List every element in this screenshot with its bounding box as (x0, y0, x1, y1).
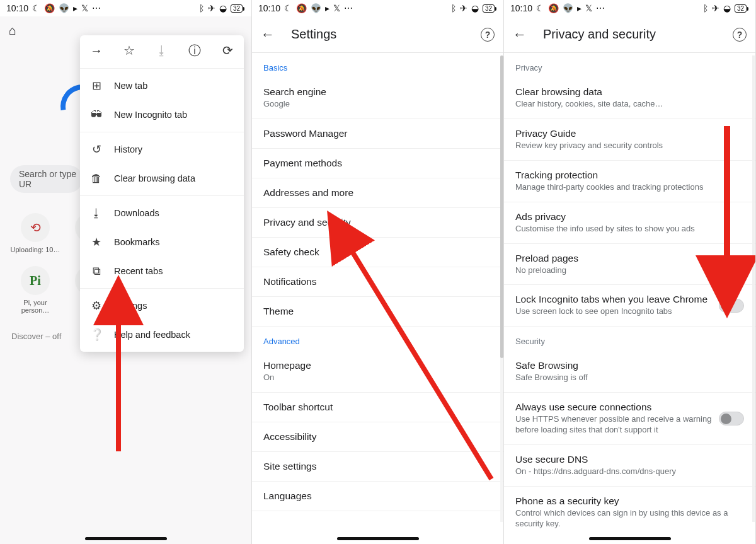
refresh-icon[interactable]: ⟳ (216, 43, 239, 58)
setting-clear-browsing-data[interactable]: Clear browsing data Clear history, cooki… (504, 78, 755, 119)
setting-secure-connections[interactable]: Always use secure connections Use HTTPS … (504, 393, 755, 445)
setting-notifications[interactable]: Notifications (252, 267, 503, 297)
battery-icon: 32 (483, 4, 495, 13)
discover-label: Discover – off (11, 332, 61, 341)
wifi-icon: ◒ (219, 3, 227, 13)
setting-lock-incognito[interactable]: Lock Incognito tabs when you leave Chrom… (504, 285, 755, 327)
bluetooth-icon: ᛒ (703, 3, 708, 13)
section-basics: Basics (252, 53, 503, 78)
star-filled-icon: ★ (90, 235, 103, 249)
help-icon: ❔ (90, 328, 103, 342)
x-icon: 𝕏 (585, 3, 592, 13)
menu-new-tab[interactable]: ⊞ New tab (80, 71, 244, 100)
setting-accessibility[interactable]: Accessibility (252, 422, 503, 452)
airplane-icon: ✈ (208, 3, 215, 13)
shortcut-upload[interactable]: ⟲ Uploading: 10… (10, 213, 60, 253)
wifi-icon: ◒ (723, 3, 731, 13)
setting-site-settings[interactable]: Site settings (252, 452, 503, 482)
home-icon[interactable]: ⌂ (9, 23, 16, 38)
screen-settings: 10:10 ☾ 🔕 👽 ▸ 𝕏 ⋯ ᛒ ✈ ◒ 32 ← Settings ? … (252, 0, 504, 544)
search-input[interactable]: Search or type UR (10, 165, 83, 193)
menu-label: New Incognito tab (114, 110, 187, 120)
gear-icon: ⚙ (90, 299, 103, 313)
status-bar: 10:10 ☾ 🔕 👽 ▸ 𝕏 ⋯ ᛒ ✈ ◒ 32 (252, 0, 503, 16)
clock: 10:10 (510, 3, 532, 13)
menu-recent-tabs[interactable]: ⧉ Recent tabs (80, 257, 244, 286)
trash-icon: 🗑 (90, 172, 103, 185)
plus-icon: ⊞ (90, 79, 103, 93)
more-icon: ⋯ (596, 3, 605, 13)
forward-icon[interactable]: → (85, 43, 108, 58)
scrollbar-thumb[interactable] (500, 55, 503, 358)
airplane-icon: ✈ (460, 3, 467, 13)
menu-settings[interactable]: ⚙ Settings (80, 291, 244, 320)
gesture-bar (337, 537, 419, 540)
bluetooth-icon: ᛒ (451, 3, 456, 13)
menu-label: New tab (114, 81, 147, 91)
dnd-icon: ☾ (32, 3, 40, 13)
home-content: ⌂ Search or type UR ⟲ Uploading: 10… H H… (0, 16, 251, 544)
menu-clear-data[interactable]: 🗑 Clear browsing data (80, 164, 244, 193)
settings-list[interactable]: Basics Search engine Google Password Man… (252, 53, 503, 544)
setting-search-engine[interactable]: Search engine Google (252, 78, 503, 119)
setting-tracking-protection[interactable]: Tracking protection Manage third-party c… (504, 161, 755, 202)
devices-icon: ⧉ (90, 265, 103, 278)
toggle-lock-incognito[interactable] (719, 299, 744, 313)
menu-label: Settings (114, 301, 147, 311)
star-icon[interactable]: ☆ (118, 43, 140, 58)
clock: 10:10 (258, 3, 280, 13)
reddit-icon: 👽 (311, 3, 321, 13)
download-icon: ⭳ (90, 207, 103, 220)
status-bar: 10:10 ☾ 🔕 👽 ▸ 𝕏 ⋯ ᛒ ✈ ◒ 32 (0, 0, 251, 16)
toggle-secure-connections[interactable] (719, 412, 744, 425)
setting-theme[interactable]: Theme (252, 297, 503, 327)
menu-label: Bookmarks (114, 237, 160, 247)
menu-label: Clear browsing data (114, 173, 195, 183)
back-icon[interactable]: ← (261, 26, 275, 43)
setting-safe-browsing[interactable]: Safe Browsing Safe Browsing is off (504, 351, 755, 393)
info-icon[interactable]: ⓘ (183, 42, 206, 59)
clock: 10:10 (6, 3, 28, 13)
wifi-icon: ◒ (471, 3, 479, 13)
menu-new-incognito[interactable]: 🕶 New Incognito tab (80, 100, 244, 129)
help-icon[interactable]: ? (481, 28, 495, 42)
download-icon: ⭳ (151, 43, 173, 58)
page-title: Settings (291, 27, 464, 42)
setting-privacy-security[interactable]: Privacy and security (252, 208, 503, 238)
setting-safety-check[interactable]: Safety check (252, 238, 503, 267)
search-placeholder: Search or type UR (19, 169, 83, 189)
menu-label: Recent tabs (114, 266, 163, 276)
battery-icon: 32 (735, 4, 747, 13)
screen-home: 10:10 ☾ 🔕 👽 ▸ 𝕏 ⋯ ᛒ ✈ ◒ 32 ⌂ Search or t… (0, 0, 252, 544)
screen-privacy-security: 10:10 ☾ 🔕 👽 ▸ 𝕏 ⋯ ᛒ ✈ ◒ 32 ← Privacy and… (504, 0, 756, 544)
play-icon: ▸ (577, 3, 581, 13)
menu-help[interactable]: ❔ Help and feedback (80, 320, 244, 349)
menu-bookmarks[interactable]: ★ Bookmarks (80, 228, 244, 257)
setting-password-manager[interactable]: Password Manager (252, 119, 503, 149)
help-icon[interactable]: ? (733, 28, 747, 42)
setting-secure-dns[interactable]: Use secure DNS On - https://dns.adguard-… (504, 445, 755, 487)
setting-phone-security-key[interactable]: Phone as a security key Control which de… (504, 487, 755, 538)
setting-payment-methods[interactable]: Payment methods (252, 149, 503, 178)
bluetooth-icon: ᛒ (199, 3, 204, 13)
privacy-list[interactable]: Privacy Clear browsing data Clear histor… (504, 53, 755, 544)
more-icon: ⋯ (344, 3, 353, 13)
menu-history[interactable]: ↺ History (80, 135, 244, 164)
setting-privacy-guide[interactable]: Privacy Guide Review key privacy and sec… (504, 119, 755, 161)
setting-homepage[interactable]: Homepage On (252, 351, 503, 393)
menu-label: Downloads (114, 208, 159, 218)
mute-icon: 🔕 (44, 3, 55, 13)
more-icon: ⋯ (92, 3, 101, 13)
setting-ads-privacy[interactable]: Ads privacy Customise the info used by s… (504, 202, 755, 244)
gesture-bar (85, 537, 167, 540)
back-icon[interactable]: ← (513, 26, 527, 43)
setting-preload-pages[interactable]: Preload pages No preloading (504, 244, 755, 286)
setting-toolbar-shortcut[interactable]: Toolbar shortcut (252, 393, 503, 422)
play-icon: ▸ (73, 3, 77, 13)
setting-addresses[interactable]: Addresses and more (252, 178, 503, 208)
scrollbar-track (752, 55, 755, 522)
menu-downloads[interactable]: ⭳ Downloads (80, 199, 244, 228)
sync-icon: ⟲ (30, 220, 41, 235)
setting-languages[interactable]: Languages (252, 482, 503, 511)
shortcut-pi[interactable]: Pi Pi, your person… (10, 266, 60, 314)
